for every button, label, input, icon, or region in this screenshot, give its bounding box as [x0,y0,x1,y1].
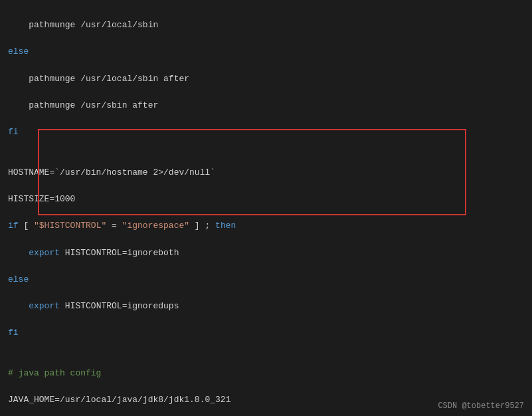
code-line: else [8,45,524,58]
code-content: pathmunge /usr/local/sbin else pathmunge… [0,0,532,416]
code-line: export HISTCONTROL=ignoreboth [8,247,524,260]
watermark: CSDN @tobetter9527 [438,401,524,411]
code-line: pathmunge /usr/local/sbin [8,19,524,32]
code-line: HOSTNAME=`/usr/bin/hostname 2>/dev/null` [8,166,524,179]
code-line: pathmunge /usr/local/sbin after [8,72,524,86]
code-editor: pathmunge /usr/local/sbin else pathmunge… [0,0,532,416]
code-line: HISTSIZE=1000 [8,193,524,206]
code-line: else [8,273,524,286]
code-line: fi [8,126,524,139]
code-line: # java path config [8,367,524,380]
code-line: pathmunge /usr/sbin after [8,99,524,112]
code-line: if [ "$HISTCONTROL" = "ignorespace" ] ; … [8,219,524,233]
code-line: fi [8,326,524,340]
code-line: export HISTCONTROL=ignoredups [8,300,524,313]
